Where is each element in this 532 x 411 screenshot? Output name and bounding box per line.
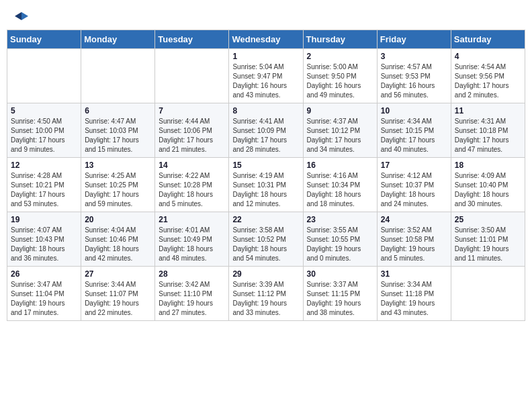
day-info: Sunrise: 4:57 AM Sunset: 9:53 PM Dayligh… [381,62,447,100]
day-number: 13 [85,161,151,170]
day-info: Sunrise: 4:04 AM Sunset: 10:46 PM Daylig… [85,226,151,263]
calendar-table: SundayMondayTuesdayWednesdayThursdayFrid… [7,30,525,321]
day-number: 18 [455,161,521,170]
calendar-cell: 23Sunrise: 3:55 AM Sunset: 10:55 PM Dayl… [303,212,377,267]
day-info: Sunrise: 3:47 AM Sunset: 11:04 PM Daylig… [11,280,77,318]
day-info: Sunrise: 3:34 AM Sunset: 11:18 PM Daylig… [381,280,447,318]
day-info: Sunrise: 3:37 AM Sunset: 11:15 PM Daylig… [307,280,373,318]
calendar-cell: 28Sunrise: 3:42 AM Sunset: 11:10 PM Dayl… [155,267,229,321]
calendar-cell: 12Sunrise: 4:28 AM Sunset: 10:21 PM Dayl… [7,158,81,212]
day-number: 12 [11,161,77,170]
day-info: Sunrise: 4:44 AM Sunset: 10:06 PM Daylig… [159,117,225,154]
calendar-cell: 18Sunrise: 4:09 AM Sunset: 10:40 PM Dayl… [451,158,525,212]
day-number: 9 [307,106,373,116]
logo [13,11,28,24]
calendar-cell [451,267,525,321]
col-header-thursday: Thursday [303,30,377,49]
day-info: Sunrise: 4:31 AM Sunset: 10:18 PM Daylig… [455,117,521,154]
calendar-cell: 6Sunrise: 4:47 AM Sunset: 10:03 PM Dayli… [81,103,155,158]
calendar-cell: 26Sunrise: 3:47 AM Sunset: 11:04 PM Dayl… [7,267,81,321]
calendar-header-row: SundayMondayTuesdayWednesdayThursdayFrid… [7,30,525,49]
day-number: 6 [85,106,151,116]
day-number: 29 [232,269,299,279]
calendar-cell: 4Sunrise: 4:54 AM Sunset: 9:56 PM Daylig… [451,49,525,103]
col-header-friday: Friday [377,30,451,49]
calendar-week-row: 1Sunrise: 5:04 AM Sunset: 9:47 PM Daylig… [7,49,525,103]
calendar-cell: 2Sunrise: 5:00 AM Sunset: 9:50 PM Daylig… [303,49,377,103]
calendar-cell: 3Sunrise: 4:57 AM Sunset: 9:53 PM Daylig… [377,49,451,103]
day-number: 15 [232,161,299,170]
day-number: 17 [381,161,447,170]
day-number: 10 [381,106,447,116]
calendar-cell: 30Sunrise: 3:37 AM Sunset: 11:15 PM Dayl… [303,267,377,321]
day-info: Sunrise: 4:16 AM Sunset: 10:34 PM Daylig… [307,171,373,209]
day-number: 28 [159,269,225,279]
col-header-monday: Monday [81,30,155,49]
day-info: Sunrise: 5:00 AM Sunset: 9:50 PM Dayligh… [307,62,373,100]
day-info: Sunrise: 3:50 AM Sunset: 11:01 PM Daylig… [455,226,521,263]
page-container: SundayMondayTuesdayWednesdayThursdayFrid… [0,0,532,328]
calendar-cell: 20Sunrise: 4:04 AM Sunset: 10:46 PM Dayl… [81,212,155,267]
day-number: 11 [455,106,521,116]
day-number: 7 [159,106,225,116]
col-header-tuesday: Tuesday [155,30,229,49]
day-number: 3 [381,52,447,61]
col-header-wednesday: Wednesday [229,30,303,49]
col-header-saturday: Saturday [451,30,525,49]
day-info: Sunrise: 4:12 AM Sunset: 10:37 PM Daylig… [381,171,447,209]
day-number: 2 [307,52,373,61]
day-number: 25 [455,215,521,224]
day-info: Sunrise: 5:04 AM Sunset: 9:47 PM Dayligh… [232,62,299,100]
day-info: Sunrise: 4:22 AM Sunset: 10:28 PM Daylig… [159,171,225,209]
calendar-cell: 5Sunrise: 4:50 AM Sunset: 10:00 PM Dayli… [7,103,81,158]
calendar-cell: 17Sunrise: 4:12 AM Sunset: 10:37 PM Dayl… [377,158,451,212]
day-number: 31 [381,269,447,279]
day-info: Sunrise: 4:07 AM Sunset: 10:43 PM Daylig… [11,226,77,263]
calendar-cell: 27Sunrise: 3:44 AM Sunset: 11:07 PM Dayl… [81,267,155,321]
day-number: 5 [11,106,77,116]
col-header-sunday: Sunday [7,30,81,49]
day-info: Sunrise: 4:54 AM Sunset: 9:56 PM Dayligh… [455,62,521,100]
calendar-cell: 1Sunrise: 5:04 AM Sunset: 9:47 PM Daylig… [229,49,303,103]
day-info: Sunrise: 3:52 AM Sunset: 10:58 PM Daylig… [381,226,447,263]
calendar-cell: 9Sunrise: 4:37 AM Sunset: 10:12 PM Dayli… [303,103,377,158]
calendar-cell: 11Sunrise: 4:31 AM Sunset: 10:18 PM Dayl… [451,103,525,158]
calendar-cell: 21Sunrise: 4:01 AM Sunset: 10:49 PM Dayl… [155,212,229,267]
day-info: Sunrise: 4:01 AM Sunset: 10:49 PM Daylig… [159,226,225,263]
day-number: 21 [159,215,225,224]
day-info: Sunrise: 4:37 AM Sunset: 10:12 PM Daylig… [307,117,373,154]
calendar-cell: 14Sunrise: 4:22 AM Sunset: 10:28 PM Dayl… [155,158,229,212]
svg-marker-1 [15,12,21,20]
calendar-cell: 8Sunrise: 4:41 AM Sunset: 10:09 PM Dayli… [229,103,303,158]
day-info: Sunrise: 4:09 AM Sunset: 10:40 PM Daylig… [455,171,521,209]
day-number: 1 [232,52,299,61]
day-number: 30 [307,269,373,279]
calendar-cell: 16Sunrise: 4:16 AM Sunset: 10:34 PM Dayl… [303,158,377,212]
day-number: 19 [11,215,77,224]
calendar-cell: 13Sunrise: 4:25 AM Sunset: 10:25 PM Dayl… [81,158,155,212]
day-info: Sunrise: 3:42 AM Sunset: 11:10 PM Daylig… [159,280,225,318]
day-info: Sunrise: 3:44 AM Sunset: 11:07 PM Daylig… [85,280,151,318]
calendar-week-row: 12Sunrise: 4:28 AM Sunset: 10:21 PM Dayl… [7,158,525,212]
calendar-cell: 25Sunrise: 3:50 AM Sunset: 11:01 PM Dayl… [451,212,525,267]
day-number: 4 [455,52,521,61]
day-number: 27 [85,269,151,279]
calendar-cell: 29Sunrise: 3:39 AM Sunset: 11:12 PM Dayl… [229,267,303,321]
calendar-cell: 10Sunrise: 4:34 AM Sunset: 10:15 PM Dayl… [377,103,451,158]
calendar-cell [155,49,229,103]
day-info: Sunrise: 3:55 AM Sunset: 10:55 PM Daylig… [307,226,373,263]
day-info: Sunrise: 3:58 AM Sunset: 10:52 PM Daylig… [232,226,299,263]
calendar-cell [7,49,81,103]
day-number: 24 [381,215,447,224]
calendar-cell: 19Sunrise: 4:07 AM Sunset: 10:43 PM Dayl… [7,212,81,267]
calendar-cell [81,49,155,103]
day-info: Sunrise: 3:39 AM Sunset: 11:12 PM Daylig… [232,280,299,318]
calendar-week-row: 19Sunrise: 4:07 AM Sunset: 10:43 PM Dayl… [7,212,525,267]
day-info: Sunrise: 4:34 AM Sunset: 10:15 PM Daylig… [381,117,447,154]
day-number: 23 [307,215,373,224]
calendar-cell: 31Sunrise: 3:34 AM Sunset: 11:18 PM Dayl… [377,267,451,321]
day-number: 22 [232,215,299,224]
day-info: Sunrise: 4:50 AM Sunset: 10:00 PM Daylig… [11,117,77,154]
day-info: Sunrise: 4:28 AM Sunset: 10:21 PM Daylig… [11,171,77,209]
calendar-wrapper: SundayMondayTuesdayWednesdayThursdayFrid… [0,30,532,328]
